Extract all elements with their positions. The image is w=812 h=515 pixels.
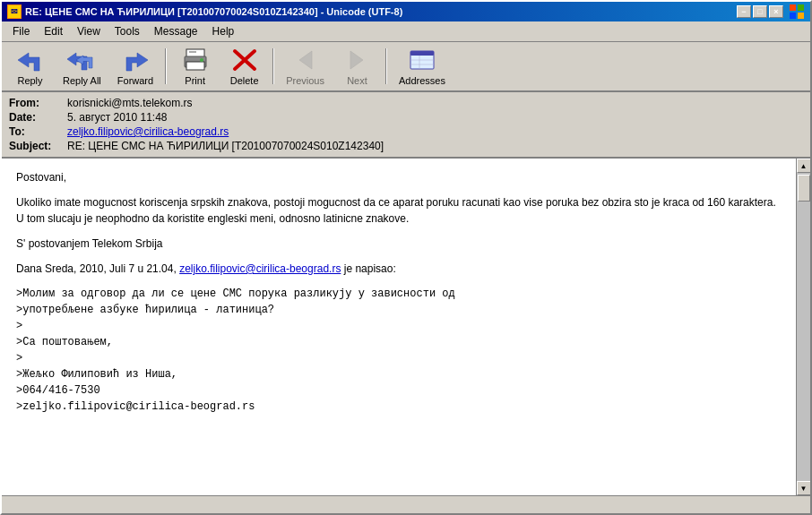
to-value[interactable]: zeljko.filipovic@cirilica-beograd.rs [67,125,229,138]
title-bar-left: ✉ RE: ЦЕНЕ СМС НА ЋИРИЛИЦИ [T20100707002… [7,4,402,19]
svg-rect-6 [186,62,204,70]
from-label: From: [9,97,67,109]
email-headers: From: korisnicki@mts.telekom.rs Date: 5.… [2,92,810,159]
main-window: ✉ RE: ЦЕНЕ СМС НА ЋИРИЛИЦИ [T20100707002… [0,0,812,515]
reply-all-icon [67,47,96,73]
print-label: Print [185,75,205,86]
from-value: korisnicki@mts.telekom.rs [67,97,193,109]
title-buttons: − □ × [737,5,805,18]
quoted-block: >Молим за одговор да ли се цене СМС пору… [16,286,782,415]
print-icon [181,47,210,73]
svg-marker-11 [299,51,312,69]
menu-bar: File Edit View Tools Message Help [2,21,810,42]
logo-cell-red [790,4,796,11]
date-label: Date: [9,111,67,124]
vertical-scrollbar: ▲ ▼ [796,159,810,495]
body-paragraph-1: Ukoliko imate mogucnost koriscenja srpsk… [16,194,782,227]
subject-value: RE: ЦЕНЕ СМС НА ЋИРИЛИЦИ [T201007070024S… [67,140,384,152]
svg-rect-14 [410,51,434,56]
scroll-thumb[interactable] [798,175,810,202]
reply-label: Reply [17,75,42,86]
scroll-up-button[interactable]: ▲ [797,159,811,173]
quoted-line-3: > [16,318,782,334]
delete-button[interactable]: Delete [220,44,269,89]
minimize-button[interactable]: − [737,5,751,18]
previous-label: Previous [286,75,324,86]
original-intro: Dana Sreda, 2010, Juli 7 u 21.04, zeljko… [16,261,782,277]
quoted-line-7: >064/416-7530 [16,382,782,399]
subject-label: Subject: [9,140,67,152]
date-value: 5. август 2010 11:48 [67,111,168,124]
email-body: Postovani, Ukoliko imate mogucnost koris… [2,159,796,495]
scroll-track[interactable] [797,173,811,481]
reply-button[interactable]: Reply [5,44,55,89]
email-body-wrapper: Postovani, Ukoliko imate mogucnost koris… [2,159,810,495]
previous-button[interactable]: Previous [278,44,333,89]
reply-all-button[interactable]: Reply All [55,44,109,89]
forward-button[interactable]: Forward [109,44,161,89]
maximize-button[interactable]: □ [753,5,767,18]
svg-marker-0 [18,53,39,71]
forward-label: Forward [117,75,153,86]
quoted-line-4: >Са поштовањем, [16,334,782,350]
addresses-label: Addresses [399,75,445,86]
quoted-line-1: >Молим за одговор да ли се цене СМС пору… [16,286,782,302]
svg-point-8 [200,58,203,62]
app-icon: ✉ [7,4,22,19]
logo-cell-blue [790,13,796,19]
addresses-button[interactable]: Addresses [391,44,454,89]
to-row: To: zeljko.filipovic@cirilica-beograd.rs [9,124,803,139]
next-label: Next [347,75,367,86]
menu-tools[interactable]: Tools [108,23,147,39]
next-icon [342,47,371,73]
closing: S' postovanjem Telekom Srbija [16,236,782,252]
quoted-line-6: >Жељко Филиповић из Ниша, [16,366,782,382]
separator-3 [385,48,387,84]
close-button[interactable]: × [769,5,783,18]
quoted-line-2: >употребљене азбуке ћирилица - латиница? [16,302,782,318]
date-row: Date: 5. август 2010 11:48 [9,110,803,124]
original-intro-text-before: Dana Sreda, 2010, Juli 7 u 21.04, [16,262,179,275]
reply-icon [16,47,45,73]
greeting: Postovani, [16,169,782,185]
scroll-down-button[interactable]: ▼ [797,481,811,495]
toolbar: Reply Reply All Forward [2,42,810,92]
to-label: To: [9,125,67,138]
subject-row: Subject: RE: ЦЕНЕ СМС НА ЋИРИЛИЦИ [T2010… [9,139,803,153]
delete-label: Delete [230,75,259,86]
original-email-link[interactable]: zeljko.filipovic@cirilica-beograd.rs [179,262,341,275]
svg-rect-7 [189,51,196,53]
separator-1 [165,48,167,84]
forward-icon [121,47,150,73]
logo-cell-yellow [798,13,804,19]
separator-2 [272,48,274,84]
print-button[interactable]: Print [170,44,220,89]
quoted-line-5: > [16,350,782,366]
status-bar [2,495,810,513]
menu-message[interactable]: Message [147,23,205,39]
next-button[interactable]: Next [333,44,382,89]
menu-edit[interactable]: Edit [37,23,70,39]
menu-view[interactable]: View [70,23,108,39]
addresses-icon [408,47,436,73]
quoted-line-8: >zeljko.filipovic@cirilica-beograd.rs [16,399,782,415]
svg-marker-12 [350,51,363,69]
previous-icon [291,47,320,73]
window-title: RE: ЦЕНЕ СМС НА ЋИРИЛИЦИ [T201007070024S… [25,6,402,17]
reply-all-label: Reply All [63,75,101,86]
from-row: From: korisnicki@mts.telekom.rs [9,96,803,110]
original-intro-text-after: je napisao: [341,262,395,275]
svg-marker-3 [126,53,148,71]
menu-file[interactable]: File [5,23,37,39]
menu-help[interactable]: Help [205,23,242,39]
delete-icon [230,47,259,73]
title-bar: ✉ RE: ЦЕНЕ СМС НА ЋИРИЛИЦИ [T20100707002… [2,2,810,21]
logo-cell-green [798,4,804,11]
windows-logo [789,5,805,18]
